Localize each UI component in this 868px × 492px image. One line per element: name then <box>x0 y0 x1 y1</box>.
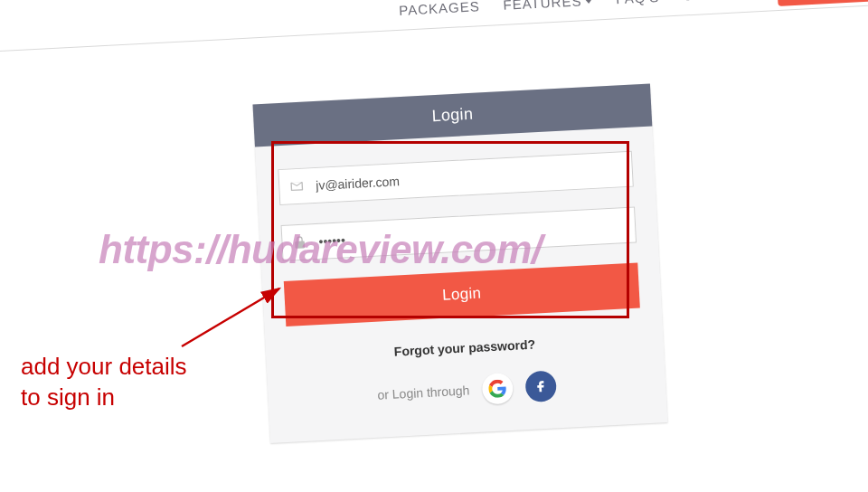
login-card: Login Login Forgot your password? <box>252 83 667 443</box>
email-field-wrap <box>278 151 634 205</box>
login-card-body: Login Forgot your password? or Login thr… <box>255 126 668 443</box>
page-scene: PACKAGES FEATURES FAQ'S CONTACT BOOKING … <box>0 0 868 492</box>
google-login-button[interactable] <box>481 373 514 405</box>
annotation-line-2: to sign in <box>21 383 187 413</box>
annotation-text: add your details to sign in <box>21 352 187 413</box>
alt-login-row: or Login through <box>289 365 645 414</box>
email-input[interactable] <box>278 151 634 205</box>
password-field-wrap <box>281 207 637 261</box>
nav-contact[interactable]: CONTACT <box>683 0 754 3</box>
top-nav: PACKAGES FEATURES FAQ'S CONTACT BOOKING <box>398 0 868 41</box>
screenshot-frame: PACKAGES FEATURES FAQ'S CONTACT BOOKING … <box>0 0 868 492</box>
alt-login-label: or Login through <box>377 383 470 402</box>
nav-faqs[interactable]: FAQ'S <box>616 0 660 6</box>
annotation-line-1: add your details <box>21 352 187 383</box>
mail-icon <box>289 179 305 194</box>
nav-features[interactable]: FEATURES <box>503 0 593 12</box>
forgot-password-link[interactable]: Forgot your password? <box>288 331 642 364</box>
password-input[interactable] <box>281 207 637 261</box>
lock-icon <box>292 235 307 251</box>
facebook-login-button[interactable] <box>524 370 557 402</box>
login-button[interactable]: Login <box>284 262 640 326</box>
nav-features-label: FEATURES <box>503 0 582 12</box>
nav-packages[interactable]: PACKAGES <box>399 0 480 17</box>
chevron-down-icon <box>585 0 592 4</box>
